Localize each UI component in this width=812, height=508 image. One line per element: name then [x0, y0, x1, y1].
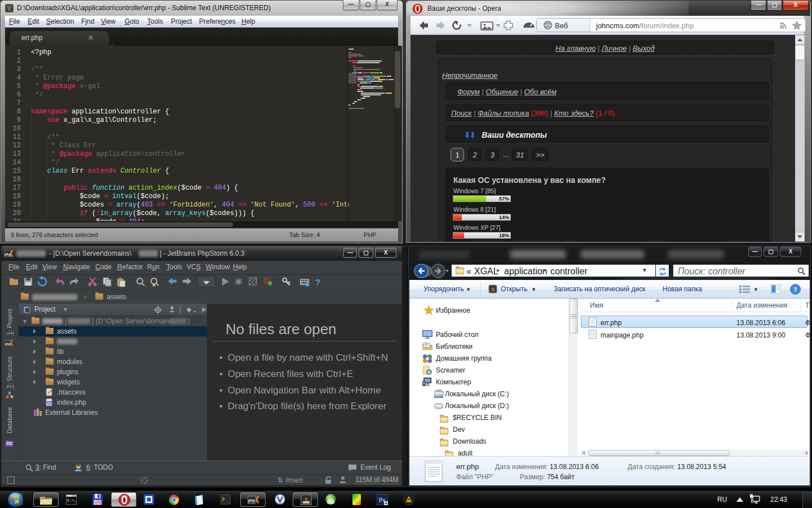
svg-text:php: php [47, 401, 52, 405]
svg-text:php: php [248, 498, 255, 503]
svg-text:?: ? [315, 277, 320, 287]
svg-text:S: S [491, 287, 495, 292]
svg-text:HS: HS [328, 497, 334, 502]
svg-text:S: S [7, 6, 11, 12]
svg-text:C:\.: C:\. [67, 498, 77, 503]
svg-text:php: php [5, 342, 11, 345]
svg-text:S: S [304, 497, 308, 502]
svg-text:?: ? [794, 286, 797, 294]
